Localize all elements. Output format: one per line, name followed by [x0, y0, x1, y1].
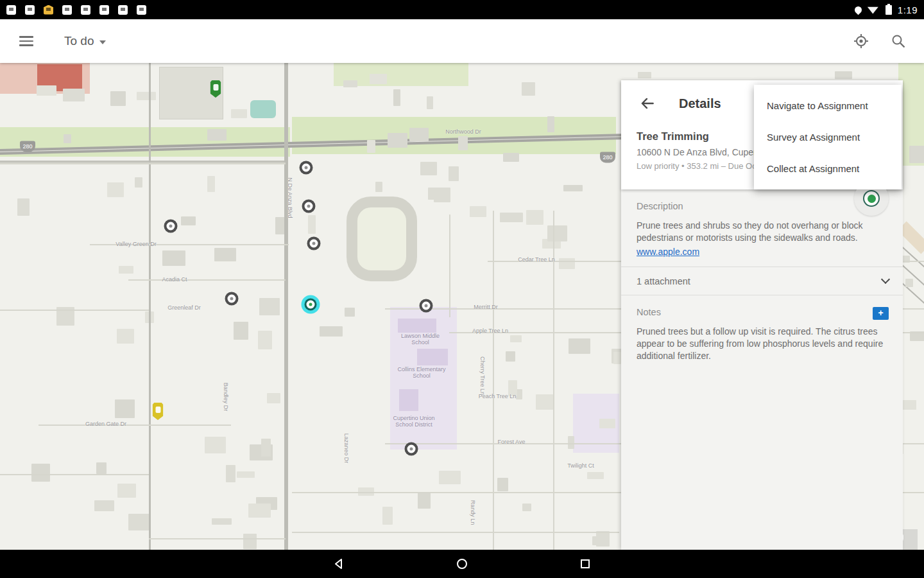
- street-label: Forest Ave: [498, 439, 526, 445]
- assignment-pin[interactable]: [302, 164, 311, 172]
- search-icon[interactable]: [891, 33, 906, 49]
- menu-item-survey[interactable]: Survey at Assignment: [754, 121, 902, 153]
- map-building: [522, 504, 531, 511]
- map-building: [439, 471, 461, 484]
- map-building: [470, 206, 486, 217]
- map-building: [345, 308, 355, 316]
- map-building: [64, 134, 71, 143]
- map-building: [267, 393, 280, 403]
- map-road: [292, 532, 619, 533]
- assignment-filter-dropdown[interactable]: To do: [64, 34, 106, 48]
- map-building: [510, 335, 522, 342]
- description-link[interactable]: www.apple.com: [637, 247, 699, 257]
- map-building: [115, 399, 135, 418]
- device-icon: [62, 5, 72, 15]
- map-building: [497, 478, 508, 491]
- map-building: [420, 162, 437, 175]
- map-building: [137, 92, 156, 100]
- assignment-pin[interactable]: [167, 222, 175, 231]
- nav-recents-button[interactable]: [554, 550, 616, 578]
- chevron-down-icon: [881, 275, 890, 284]
- map-building: [382, 507, 393, 524]
- map-building: [181, 216, 196, 225]
- map-building: [17, 198, 29, 216]
- assignment-pin[interactable]: [305, 202, 313, 211]
- map-building: [258, 331, 271, 349]
- map-road: [128, 279, 286, 281]
- map-building: [500, 213, 523, 223]
- map-building: [569, 338, 590, 354]
- pin-icon: [137, 5, 146, 15]
- street-label: Peach Tree Ln: [479, 393, 517, 399]
- street-label: Cherry Tree Ln: [479, 356, 486, 395]
- street-label: Valley Green Dr: [116, 241, 156, 247]
- assignment-actions-menu: Navigate to Assignment Survey at Assignm…: [754, 85, 902, 189]
- recents-square-icon: [579, 557, 592, 570]
- map-building: [592, 536, 604, 545]
- map-building: [135, 177, 142, 188]
- folder-icon: [44, 5, 53, 15]
- map-building: [449, 166, 458, 181]
- street-label: N De Anza Blvd: [287, 177, 293, 218]
- map-building: [212, 518, 231, 525]
- map-road: [0, 310, 149, 311]
- map-building: [117, 484, 136, 498]
- street-label: Acadia Ct: [162, 276, 187, 283]
- map-building: [128, 514, 151, 531]
- map-building: [63, 89, 85, 101]
- map-building: [393, 89, 400, 106]
- green-worker-pin[interactable]: [210, 80, 221, 98]
- assignment-pin[interactable]: [310, 240, 318, 248]
- map-building: [234, 322, 248, 340]
- street-label: Greenleaf Dr: [167, 304, 201, 311]
- nav-back-button[interactable]: [308, 550, 370, 578]
- map-building: [96, 462, 107, 474]
- map-road: [0, 474, 149, 475]
- map-building: [503, 153, 518, 162]
- map-building: [409, 128, 429, 141]
- assignment-pin[interactable]: [228, 295, 236, 303]
- street-label: Randy Ln: [470, 500, 476, 525]
- map-building: [427, 96, 433, 109]
- menu-item-collect[interactable]: Collect at Assignment: [754, 153, 902, 184]
- chevron-down-icon: [99, 40, 106, 44]
- map-road: [449, 215, 450, 317]
- street-label: Merritt Dr: [474, 304, 498, 310]
- app-toolbar: To do: [0, 19, 924, 63]
- description-label: Description: [637, 201, 887, 211]
- assignment-pin[interactable]: [422, 302, 431, 310]
- nav-home-button[interactable]: [431, 550, 493, 578]
- selected-assignment-pin[interactable]: [307, 301, 315, 309]
- map-building: [207, 129, 226, 141]
- location-icon: [853, 4, 864, 15]
- map-building: [370, 74, 387, 84]
- map-building: [320, 326, 343, 337]
- copy-icon: [118, 5, 128, 15]
- description-text: Prune trees and shrubs so they do not ov…: [637, 220, 884, 244]
- map-building: [107, 182, 124, 197]
- map-building: [613, 352, 621, 364]
- map-building: [248, 504, 271, 518]
- panel-title: Details: [679, 96, 721, 111]
- map-building: [568, 436, 575, 449]
- map-building: [599, 419, 616, 428]
- back-arrow-icon[interactable]: [639, 95, 656, 112]
- todo-status-icon: [863, 190, 880, 207]
- yellow-worker-pin[interactable]: [153, 403, 164, 420]
- attachments-row[interactable]: 1 attachment: [621, 267, 903, 295]
- map-building: [205, 437, 226, 453]
- add-note-icon[interactable]: +: [873, 307, 889, 320]
- street-label: Apple Tree Ln: [472, 328, 508, 334]
- street-label: Cedar Tree Ln: [518, 256, 555, 263]
- highway-shield: 280: [20, 141, 35, 152]
- menu-icon[interactable]: [19, 33, 33, 49]
- map-building: [536, 394, 554, 409]
- map-building: [237, 471, 255, 478]
- my-location-icon[interactable]: [853, 33, 869, 49]
- assignment-filter-label: To do: [64, 34, 94, 48]
- assignment-pin[interactable]: [407, 445, 416, 453]
- message-icon: [25, 5, 35, 15]
- attachments-label: 1 attachment: [637, 276, 690, 286]
- menu-item-navigate[interactable]: Navigate to Assignment: [754, 90, 902, 121]
- edit-icon: [81, 5, 90, 15]
